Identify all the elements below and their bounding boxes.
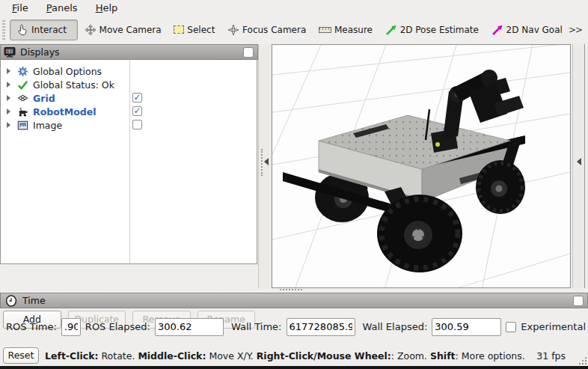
collapse-left-arrow-icon[interactable] <box>264 158 269 165</box>
tree-row-global-options[interactable]: Global Options <box>1 64 257 78</box>
displays-panel: Displays Global Options Global Status: O… <box>0 44 258 288</box>
displays-tree: Global Options Global Status: Ok Grid ✓ <box>0 60 257 264</box>
rviz-window: File Panels Help Interact Move Camera Se… <box>0 0 588 369</box>
select-tool-label: Select <box>187 25 215 35</box>
ros-time-field[interactable] <box>61 318 81 336</box>
time-panel-body: ROS Time: ROS Elapsed: Wall Time: Wall E… <box>0 308 588 345</box>
image-icon <box>16 119 28 131</box>
menu-help[interactable]: Help <box>88 1 126 15</box>
expander-icon[interactable] <box>7 122 10 128</box>
window-bottom-edge <box>0 366 588 369</box>
reset-button[interactable]: Reset <box>3 347 39 364</box>
toolbar-overflow-chevron[interactable]: >> <box>569 25 582 35</box>
wall-time-label: Wall Time: <box>231 321 282 332</box>
toolbar-grip-handle[interactable] <box>2 20 5 40</box>
interact-hand-icon <box>16 24 28 36</box>
tree-row-image[interactable]: Image <box>1 118 257 132</box>
expander-icon[interactable] <box>7 68 10 74</box>
status-ok-check-icon <box>16 79 28 91</box>
menu-panels[interactable]: Panels <box>39 1 85 15</box>
mouse-hints-text: Left-Click: Rotate. Middle-Click: Move X… <box>45 350 525 362</box>
fps-counter: 31 fps <box>536 350 566 362</box>
displays-monitor-icon <box>4 46 16 58</box>
experimental-label: Experimental <box>521 321 586 332</box>
expander-icon[interactable] <box>7 95 10 101</box>
tree-item-label: Image <box>33 120 62 131</box>
arm-status-led <box>435 142 440 147</box>
left-panel-splitter[interactable] <box>258 44 272 288</box>
measure-ruler-icon <box>319 27 331 33</box>
time-panel-checkbox[interactable] <box>573 296 584 306</box>
pose-estimate-arrow-icon <box>385 24 397 36</box>
rover-robot-model <box>283 70 525 272</box>
focus-camera-tool-button[interactable]: Focus Camera <box>221 20 312 40</box>
displays-panel-title: Displays <box>20 46 60 58</box>
wall-time-field[interactable] <box>287 318 355 336</box>
tree-row-grid[interactable]: Grid ✓ <box>1 91 257 105</box>
experimental-checkbox[interactable] <box>506 322 516 332</box>
robot-icon <box>16 106 28 118</box>
gear-icon <box>16 65 28 77</box>
wall-elapsed-field[interactable] <box>432 318 501 336</box>
measure-tool-button[interactable]: Measure <box>313 21 379 39</box>
displays-panel-header[interactable]: Displays <box>0 44 258 60</box>
move-camera-icon <box>85 24 97 36</box>
expander-icon[interactable] <box>7 82 10 88</box>
tool-bar: Interact Move Camera Select Focus Camera… <box>0 16 588 43</box>
focus-camera-icon <box>227 24 239 36</box>
measure-tool-label: Measure <box>334 25 373 35</box>
tree-row-global-status[interactable]: Global Status: Ok <box>1 78 257 91</box>
status-bar: Reset Left-Click: Rotate. Middle-Click: … <box>0 345 588 366</box>
pose-estimate-tool-label: 2D Pose Estimate <box>400 25 479 35</box>
tree-item-label: Global Options <box>33 66 102 77</box>
wall-elapsed-label: Wall Elapsed: <box>363 321 428 332</box>
time-panel-title: Time <box>22 295 46 306</box>
image-enabled-checkbox[interactable] <box>132 120 142 129</box>
horizontal-splitter-grip[interactable] <box>280 289 302 291</box>
move-camera-tool-button[interactable]: Move Camera <box>79 20 168 40</box>
nav-goal-tool-button[interactable]: 2D Nav Goal <box>486 20 569 40</box>
select-box-icon <box>174 25 184 34</box>
expander-icon[interactable] <box>7 109 10 115</box>
tree-row-robotmodel[interactable]: RobotModel ✓ <box>1 105 257 118</box>
collapse-right-arrow-icon[interactable] <box>577 158 581 165</box>
pose-estimate-tool-button[interactable]: 2D Pose Estimate <box>379 20 485 40</box>
ros-time-label: ROS Time: <box>6 321 57 332</box>
tree-item-label: RobotModel <box>33 106 96 118</box>
ros-elapsed-field[interactable] <box>155 318 224 336</box>
grid-enabled-checkbox[interactable]: ✓ <box>132 93 142 103</box>
robotmodel-enabled-checkbox[interactable]: ✓ <box>132 106 142 116</box>
displays-panel-checkbox[interactable] <box>243 47 254 58</box>
grid-icon <box>16 92 28 104</box>
robot-model-render <box>272 45 570 287</box>
tree-item-label: Grid <box>33 93 55 104</box>
splitter-grip-dots <box>261 149 263 176</box>
tree-item-label: Global Status: Ok <box>33 79 114 91</box>
move-camera-tool-label: Move Camera <box>99 25 162 35</box>
render-viewport-3d[interactable] <box>272 44 571 288</box>
interact-tool-button[interactable]: Interact <box>10 19 78 40</box>
clock-icon <box>5 295 17 307</box>
menu-bar: File Panels Help <box>0 0 588 16</box>
nav-goal-arrow-icon <box>491 24 503 36</box>
nav-goal-tool-label: 2D Nav Goal <box>506 25 563 35</box>
focus-camera-tool-label: Focus Camera <box>242 25 306 35</box>
menu-file[interactable]: File <box>4 1 36 15</box>
right-panel-splitter[interactable] <box>572 44 585 288</box>
ros-elapsed-label: ROS Elapsed: <box>85 321 150 332</box>
interact-tool-label: Interact <box>31 25 67 35</box>
select-tool-button[interactable]: Select <box>168 21 221 39</box>
time-panel-header[interactable]: Time <box>0 293 588 308</box>
